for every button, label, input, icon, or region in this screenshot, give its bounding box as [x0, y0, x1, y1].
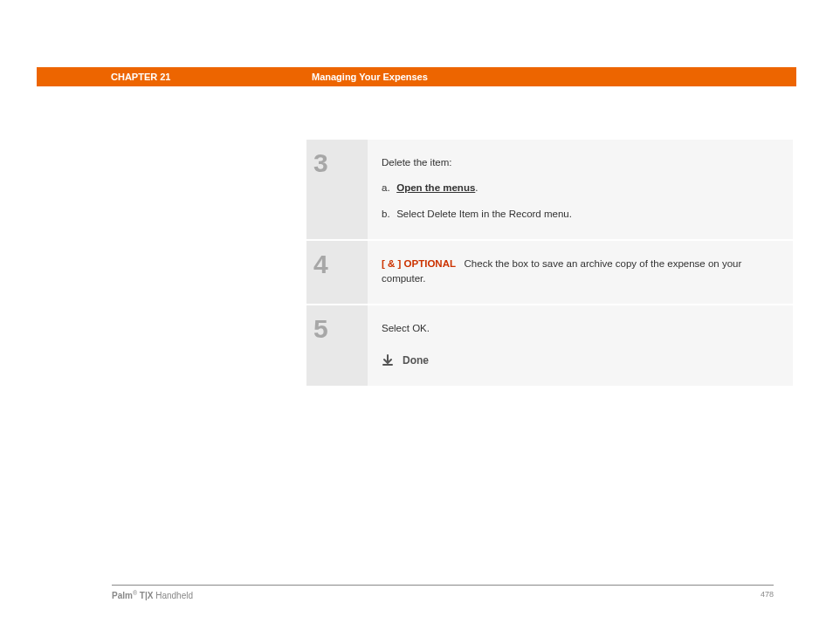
- download-arrow-icon: [382, 354, 394, 367]
- step-3-row: 3 Delete the item: a. Open the menus. b.…: [306, 140, 793, 241]
- footer: Palm® T|X Handheld 478: [112, 590, 774, 600]
- open-menus-link[interactable]: Open the menus: [396, 182, 475, 193]
- step-3-b-letter: b.: [382, 207, 394, 222]
- footer-brand: Palm® T|X Handheld: [112, 590, 193, 600]
- footer-divider: [112, 585, 774, 586]
- step-5-content: Select OK. Done: [368, 305, 793, 385]
- step-3-a-suffix: .: [475, 182, 478, 193]
- chapter-label: CHAPTER 21: [111, 72, 312, 82]
- step-5-number: 5: [306, 305, 368, 385]
- step-5-text: Select OK.: [382, 321, 779, 336]
- steps-container: 3 Delete the item: a. Open the menus. b.…: [306, 140, 793, 387]
- page-number: 478: [761, 590, 774, 600]
- step-3-intro: Delete the item:: [382, 155, 779, 170]
- footer-brand-bold: Palm: [112, 591, 133, 600]
- footer-brand-model: T|X: [137, 591, 153, 600]
- step-4-row: 4 [ & ] OPTIONAL Check the box to save a…: [306, 241, 793, 306]
- optional-tag: [ & ] OPTIONAL: [382, 258, 456, 269]
- footer-brand-tail: Handheld: [153, 591, 193, 600]
- chapter-header-bar: CHAPTER 21 Managing Your Expenses: [37, 67, 796, 86]
- step-3-a-letter: a.: [382, 181, 394, 195]
- step-3-number: 3: [306, 140, 368, 239]
- step-4-text: [ & ] OPTIONAL Check the box to save an …: [382, 257, 779, 287]
- done-label: Done: [403, 353, 429, 368]
- step-3-b: b. Select Delete Item in the Record menu…: [382, 207, 779, 222]
- done-row: Done: [382, 353, 779, 368]
- step-3-content: Delete the item: a. Open the menus. b. S…: [368, 140, 793, 239]
- chapter-title: Managing Your Expenses: [312, 72, 428, 82]
- step-3-b-text: Select Delete Item in the Record menu.: [396, 209, 572, 219]
- step-3-a: a. Open the menus.: [382, 181, 779, 195]
- step-4-number: 4: [306, 241, 368, 305]
- step-5-row: 5 Select OK. Done: [306, 305, 793, 387]
- step-4-content: [ & ] OPTIONAL Check the box to save an …: [368, 241, 793, 305]
